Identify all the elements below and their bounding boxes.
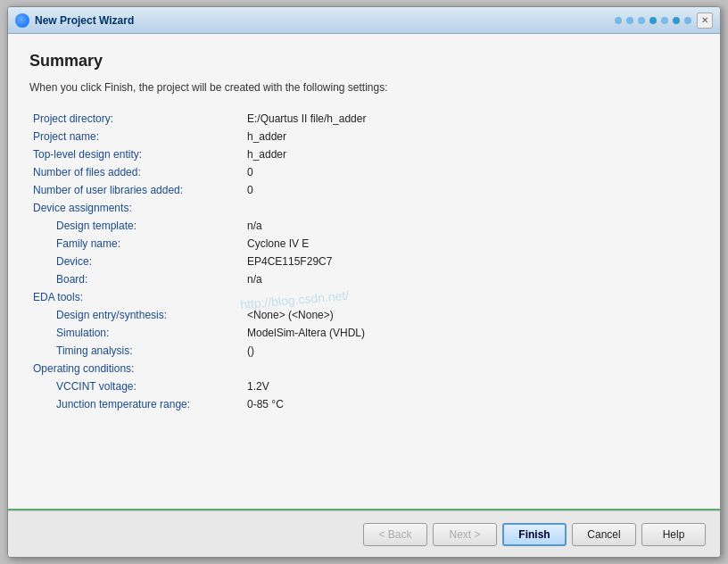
field-value: h_adder bbox=[244, 128, 699, 145]
next-button[interactable]: Next > bbox=[433, 523, 497, 546]
field-value: 0 bbox=[244, 163, 699, 181]
summary-table: Project directory:E:/Quartus II file/h_a… bbox=[29, 110, 699, 413]
field-label: Design template: bbox=[29, 217, 244, 235]
field-label: Project name: bbox=[29, 128, 244, 145]
field-label: Number of user libraries added: bbox=[29, 181, 244, 199]
field-label: Junction temperature range: bbox=[29, 395, 244, 413]
field-label: Device: bbox=[29, 253, 244, 270]
field-label: Design entry/synthesis: bbox=[29, 306, 244, 324]
finish-button[interactable]: Finish bbox=[502, 523, 567, 546]
dot-1 bbox=[615, 17, 622, 24]
field-value: Cyclone IV E bbox=[244, 235, 699, 253]
field-label: Top-level design entity: bbox=[29, 145, 244, 163]
field-label: Family name: bbox=[29, 235, 244, 253]
help-button[interactable]: Help bbox=[641, 523, 706, 546]
footer: < Back Next > Finish Cancel Help bbox=[8, 510, 720, 557]
field-label: Operating conditions: bbox=[29, 360, 244, 377]
dot-6 bbox=[673, 17, 680, 24]
dot-7 bbox=[684, 17, 691, 24]
field-value: EP4CE115F29C7 bbox=[244, 253, 699, 270]
field-value: n/a bbox=[244, 270, 699, 288]
field-value: 0-85 °C bbox=[244, 395, 699, 413]
field-value bbox=[244, 360, 699, 377]
field-label: Device assignments: bbox=[29, 199, 244, 217]
cancel-button[interactable]: Cancel bbox=[572, 523, 636, 546]
field-value bbox=[244, 288, 699, 306]
dot-4 bbox=[649, 17, 657, 24]
dot-3 bbox=[638, 17, 645, 24]
intro-text: When you click Finish, the project will … bbox=[29, 81, 699, 94]
main-window: New Project Wizard ✕ Summary When you cl… bbox=[7, 6, 721, 558]
wizard-progress-dots bbox=[615, 17, 691, 24]
back-button[interactable]: < Back bbox=[363, 523, 427, 546]
dot-5 bbox=[661, 17, 668, 24]
field-label: Simulation: bbox=[29, 324, 244, 342]
close-button[interactable]: ✕ bbox=[697, 12, 713, 29]
field-value: 1.2V bbox=[244, 377, 699, 395]
field-label: Number of files added: bbox=[29, 163, 244, 181]
field-value: ModelSim-Altera (VHDL) bbox=[244, 324, 699, 342]
field-label: Timing analysis: bbox=[29, 342, 244, 360]
field-label: EDA tools: bbox=[29, 288, 244, 306]
summary-title: Summary bbox=[29, 52, 699, 70]
field-value: h_adder bbox=[244, 145, 699, 163]
content-area: Summary When you click Finish, the proje… bbox=[8, 34, 720, 510]
field-label: VCCINT voltage: bbox=[29, 377, 244, 395]
dot-2 bbox=[626, 17, 633, 24]
title-bar: New Project Wizard ✕ bbox=[8, 7, 720, 34]
field-label: Project directory: bbox=[29, 110, 244, 128]
field-value: E:/Quartus II file/h_adder bbox=[244, 110, 699, 128]
window-icon bbox=[15, 13, 29, 28]
field-value: <None> (<None>) bbox=[244, 306, 699, 324]
field-value: 0 bbox=[244, 181, 699, 199]
field-value: n/a bbox=[244, 217, 699, 235]
field-value: () bbox=[244, 342, 699, 360]
field-value bbox=[244, 199, 699, 217]
field-label: Board: bbox=[29, 270, 244, 288]
window-title: New Project Wizard bbox=[35, 14, 615, 27]
